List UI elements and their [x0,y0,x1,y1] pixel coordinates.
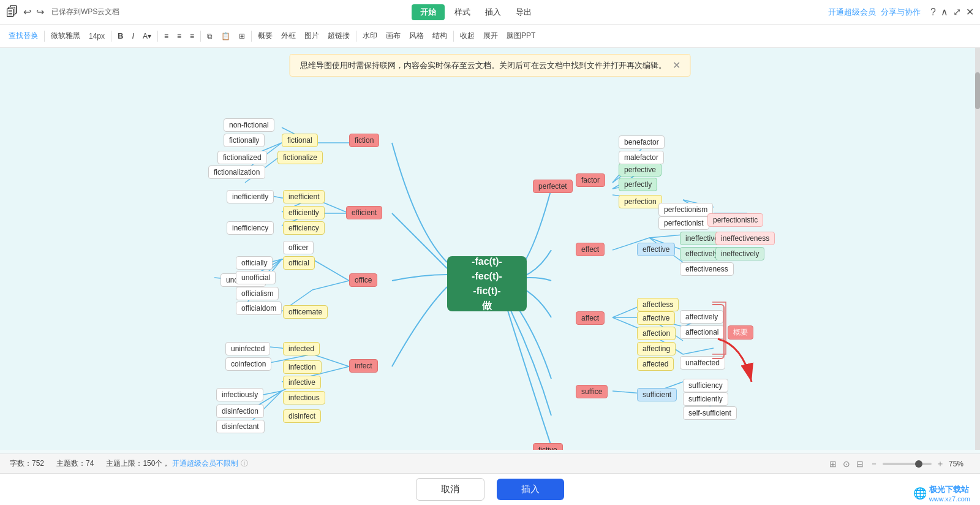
inefficiently-node[interactable]: inefficiently [227,190,274,203]
coinfection-node[interactable]: coinfection [225,357,271,371]
official-node[interactable]: official [283,256,315,270]
self-sufficient-node[interactable]: self-sufficient [683,406,737,420]
share-label[interactable]: 分享与协作 [881,7,921,18]
redo-button[interactable]: ↪ [36,6,44,18]
benefactor-node[interactable]: benefactor [619,135,665,149]
align-center-button[interactable]: ≡ [175,31,184,42]
unofficial-node[interactable]: unofficial [236,271,276,284]
center-icon[interactable]: ⊙ [843,459,850,469]
fictionalized-node[interactable]: fictionalized [217,151,267,164]
style-button[interactable]: 风格 [407,29,426,42]
efficiency-node[interactable]: efficiency [283,221,325,235]
disinfect-node[interactable]: disinfect [283,409,321,423]
style-menu[interactable]: 样式 [450,4,475,20]
effectiveness-node[interactable]: effectiveness [680,262,734,276]
copy-button[interactable]: ⧉ [205,31,215,42]
perfection-node[interactable]: perfection [619,195,662,208]
sufficient-node[interactable]: sufficient [637,388,677,401]
effect-node[interactable]: effect [576,243,605,256]
perfectet-node[interactable]: perfectet [533,180,573,193]
affect-node[interactable]: affect [576,311,605,325]
factor-node[interactable]: factor [576,173,605,187]
ineffectively-node[interactable]: ineffectively [715,247,764,260]
infect-node[interactable]: infect [349,359,378,373]
bold-button[interactable]: B [115,30,126,42]
expand-button[interactable]: 展开 [481,29,500,42]
malefactor-node[interactable]: malefactor [619,151,664,164]
summary-badge[interactable]: 概要 [728,325,753,340]
collapse-button[interactable]: 收起 [458,29,477,42]
fictionally-node[interactable]: fictionally [224,134,265,147]
outer-button[interactable]: 外框 [279,29,298,42]
efficiently-node[interactable]: efficiently [283,206,325,219]
mindmap-ppt-button[interactable]: 脑图PPT [504,29,538,42]
insert-button[interactable]: 插入 [497,479,564,500]
cancel-button[interactable]: 取消 [416,478,484,501]
officemate-node[interactable]: officemate [283,305,328,319]
scrollbar-thumb[interactable] [975,72,980,109]
italic-button[interactable]: I [129,30,137,42]
affection-node[interactable]: affection [637,327,676,340]
search-replace-button[interactable]: 查找替换 [6,29,40,42]
zoom-minus[interactable]: － [870,458,878,469]
font-size[interactable]: 14px [86,31,107,42]
perfectly-node[interactable]: perfectly [619,178,657,191]
minimize-icon[interactable]: ∧ [941,6,948,18]
disinfectant-node[interactable]: disinfectant [216,420,265,433]
affective-node[interactable]: affective [637,311,675,325]
perfectionism-node[interactable]: perfectionism [658,203,713,216]
non-fictional-node[interactable]: non-fictional [224,118,274,132]
officialdom-node[interactable]: officialdom [236,302,282,315]
perfectionist-node[interactable]: perfectionist [658,216,709,230]
hyperlink-button[interactable]: 超链接 [325,29,352,42]
undo-button[interactable]: ↩ [23,6,31,18]
officer-node[interactable]: officer [283,241,314,254]
fictional-node[interactable]: fictional [282,134,318,147]
scrollbar[interactable] [975,48,980,450]
close-icon[interactable]: ✕ [966,6,974,18]
help-icon[interactable]: ? [930,7,936,18]
officialism-node[interactable]: officialism [236,287,279,300]
grid-icon[interactable]: ⊞ [829,459,837,469]
infectious-node[interactable]: infectious [283,391,325,404]
affecting-node[interactable]: affecting [637,342,676,355]
fictionalize-node[interactable]: fictionalize [277,151,323,164]
sufficiently-node[interactable]: sufficiently [683,392,728,406]
root-node[interactable]: -fac(t)--fec(t)--fic(t)-做 [447,256,527,311]
fiction-node[interactable]: fiction [349,134,379,147]
infective-node[interactable]: infective [283,376,321,389]
insert-menu[interactable]: 插入 [480,4,506,20]
paste-button[interactable]: 📋 [219,31,233,42]
format-button[interactable]: ⊞ [236,31,247,42]
image-button[interactable]: 图片 [302,29,322,42]
vip-label[interactable]: 开通超级会员 [828,7,876,18]
disinfection-node[interactable]: disinfection [216,404,264,418]
layout-icon[interactable]: ⊟ [856,459,864,469]
align-left-button[interactable]: ≡ [162,31,171,42]
align-right-button[interactable]: ≡ [187,31,197,42]
summary-button[interactable]: 概要 [255,29,275,42]
maximize-icon[interactable]: ⤢ [953,6,961,18]
structure-button[interactable]: 结构 [430,29,450,42]
mindmap-canvas[interactable]: -fac(t)--fec(t)--fic(t)-做 factor perfect… [0,48,975,450]
zoom-plus[interactable]: ＋ [936,458,944,469]
suffice-node[interactable]: suffice [576,385,608,398]
infected-node[interactable]: infected [283,342,320,355]
affected-node[interactable]: affected [637,357,674,371]
zoom-slider[interactable] [883,463,932,465]
office-node[interactable]: office [349,273,377,287]
inefficient-node[interactable]: inefficient [283,190,325,203]
perfective-node[interactable]: perfective [619,163,662,177]
fictive-node[interactable]: fictive [533,443,563,450]
draw-button[interactable]: 画布 [383,29,403,42]
banner-close[interactable]: ✕ [673,59,680,71]
sufficiency-node[interactable]: sufficiency [683,379,728,392]
ineffectiveness-node[interactable]: ineffectiveness [715,232,775,245]
effective-node[interactable]: effective [637,243,675,256]
font-selector[interactable]: 微软雅黑 [48,29,83,42]
export-menu[interactable]: 导出 [511,4,537,20]
efficient-node[interactable]: efficient [346,206,382,219]
zoom-thumb[interactable] [915,460,922,468]
fictionalization-node[interactable]: fictionalization [208,165,265,179]
inefficiency-node[interactable]: inefficiency [227,221,274,235]
